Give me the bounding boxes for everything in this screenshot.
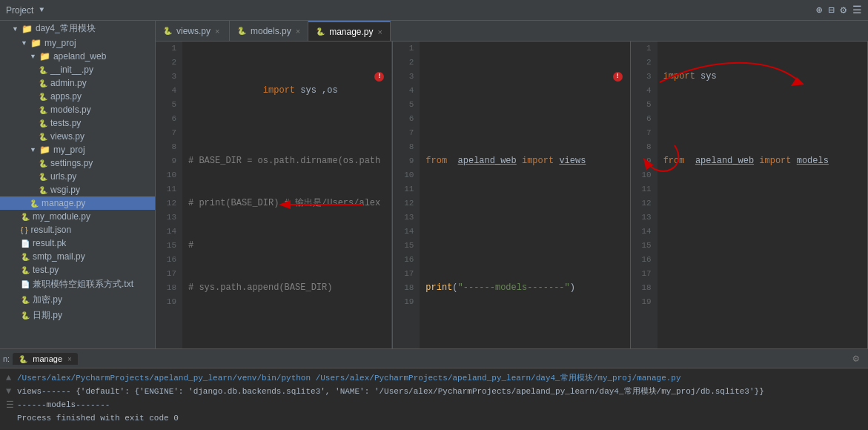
terminal-content: ▲ ▼ ☰ /Users/alex/PycharmProjects/apelan… [0, 368, 868, 430]
sidebar-item-views[interactable]: 🐍 views.py [0, 130, 155, 143]
tab-label-models: models.py [251, 26, 291, 36]
sidebar-item-settings[interactable]: 🐍 settings.py [0, 156, 155, 170]
sidebar-label: views.py [50, 131, 85, 142]
sidebar-label: __init__.py [50, 64, 93, 75]
sidebar-item-models[interactable]: 🐍 models.py [0, 103, 155, 116]
sidebar-item-result-json[interactable]: { } result.json [0, 223, 155, 236]
expand-arrow-icon: ▼ [30, 53, 36, 60]
scrollbar-views[interactable] [391, 42, 392, 348]
py-file-icon: 🐍 [21, 213, 30, 221]
sidebar-item-tests[interactable]: 🐍 tests.py [0, 116, 155, 130]
code-line [663, 239, 861, 253]
sidebar-item-test[interactable]: 🐍 test.py [0, 263, 155, 277]
code-line: # [188, 239, 385, 253]
terminal-output-1: views------ {'default': {'ENGINE': 'djan… [17, 387, 764, 396]
editor-scroll-manage[interactable]: 12345 678910 1112131415 16171819 import … [631, 42, 867, 348]
terminal-area: n: 🐍 manage × ⚙ ▲ ▼ ☰ /Users/alex/Pychar… [0, 348, 868, 430]
tab-close-models[interactable]: × [296, 27, 300, 36]
sidebar-item-urls[interactable]: 🐍 urls.py [0, 170, 155, 183]
py-file-icon: 🐍 [39, 133, 47, 141]
py-file-icon: 🐍 [30, 199, 39, 208]
sidebar-item-apeland_web[interactable]: ▼ 📁 apeland_web [0, 50, 155, 63]
terminal-up-icon[interactable]: ▲ [6, 373, 14, 383]
toolbar-icon-1[interactable]: ⊕ [816, 4, 822, 16]
toolbar-icon-3[interactable]: ⚙ [841, 4, 847, 16]
tab-manage[interactable]: 🐍 manage.py × [308, 21, 391, 41]
sidebar-label: test.py [33, 265, 59, 275]
sidebar-item-my_proj_top[interactable]: ▼ 📁 my_proj [0, 36, 155, 50]
terminal-menu-icon[interactable]: ☰ [6, 400, 14, 411]
terminal-line-2: views------ {'default': {'ENGINE': 'djan… [17, 385, 862, 398]
sidebar-label: smtp_mail.py [33, 251, 85, 262]
sidebar-label: models.py [50, 105, 91, 115]
project-dropdown-icon[interactable]: ▼ [39, 6, 44, 14]
py-file-icon: 🐍 [39, 79, 47, 87]
sidebar-label: urls.py [50, 171, 76, 182]
sidebar-item-result-pk[interactable]: 📄 result.pk [0, 236, 155, 250]
terminal-tabs: n: 🐍 manage × ⚙ [0, 349, 868, 368]
editor-scroll-views[interactable]: 12345 678910 1112131415 16171819 import … [156, 42, 392, 348]
sidebar-label: my_proj [44, 38, 76, 48]
sidebar-item-jianzhimote[interactable]: 📄 兼职模特空姐联系方式.txt [0, 277, 155, 292]
sidebar-item-smtp[interactable]: 🐍 smtp_mail.py [0, 250, 155, 263]
py-file-icon: 🐍 [39, 173, 47, 181]
line-numbers-manage: 12345 678910 1112131415 16171819 [631, 42, 657, 348]
top-toolbar: Project ▼ ⊕ ⊟ ⚙ ☰ [0, 0, 868, 21]
toolbar-icon-4[interactable]: ☰ [852, 4, 862, 16]
toolbar-icon-2[interactable]: ⊟ [828, 4, 834, 16]
terminal-text: /Users/alex/PycharmProjects/apeland_py_l… [17, 371, 862, 427]
expand-arrow-icon: ▼ [21, 39, 27, 47]
sidebar-item-jiami[interactable]: 🐍 加密.py [0, 292, 155, 308]
error-indicator[interactable]: ! [374, 72, 384, 82]
sidebar-item-manage[interactable]: 🐍 manage.py [0, 196, 155, 210]
sidebar-item-riqi[interactable]: 🐍 日期.py [0, 308, 155, 323]
expand-arrow-icon: ▼ [12, 25, 19, 33]
code-content-manage[interactable]: import sys from apeland_web import model… [657, 42, 867, 348]
tab-models[interactable]: 🐍 models.py × [230, 21, 308, 41]
terminal-tab-close[interactable]: × [67, 355, 72, 363]
terminal-line-3: ------models------- [17, 398, 862, 411]
sidebar-label: wsgi.py [50, 185, 80, 195]
sidebar-item-my_module[interactable]: 🐍 my_module.py [0, 210, 155, 223]
main-area: ▼ 📁 day4_常用模块 ▼ 📁 my_proj ▼ 📁 apeland_we… [0, 21, 868, 348]
code-content-views[interactable]: import sys ,os ! # BASE_DIR = os.path.di… [182, 42, 391, 348]
code-content-models[interactable]: ! from apeland_web import views print("-… [420, 42, 629, 348]
sidebar-label: apeland_web [53, 51, 106, 62]
editors-wrapper: 12345 678910 1112131415 16171819 import … [156, 42, 868, 348]
sidebar-label: manage.py [42, 198, 85, 208]
tabs-bar: 🐍 views.py × 🐍 models.py × 🐍 manage.py × [156, 21, 868, 42]
sidebar-label: 兼职模特空姐联系方式.txt [33, 278, 133, 291]
tab-close-manage[interactable]: × [378, 27, 382, 36]
code-line [188, 323, 385, 337]
terminal-tab-icon: 🐍 [19, 355, 27, 363]
folder-icon: 📁 [39, 51, 50, 62]
code-line: print("------models-------") [425, 281, 623, 295]
code-line [425, 112, 623, 126]
terminal-gear-icon[interactable]: ⚙ [853, 352, 859, 365]
tab-views[interactable]: 🐍 views.py × [156, 21, 230, 41]
tab-close-views[interactable]: × [215, 27, 219, 36]
terminal-line-1: /Users/alex/PycharmProjects/apeland_py_l… [17, 371, 862, 385]
code-line: import sys [663, 70, 861, 84]
py-file-icon: 🐍 [21, 296, 30, 304]
tab-icon-models: 🐍 [237, 27, 246, 35]
sidebar-item-root[interactable]: ▼ 📁 day4_常用模块 [0, 21, 155, 36]
json-file-icon: { } [21, 226, 27, 234]
terminal-down-icon[interactable]: ▼ [6, 386, 14, 397]
folder-icon: 📁 [30, 38, 42, 48]
sidebar-item-apps[interactable]: 🐍 apps.py [0, 90, 155, 103]
sidebar-label: result.pk [33, 238, 66, 248]
terminal-tab-manage[interactable]: 🐍 manage × [13, 353, 78, 365]
sidebar-item-wsgi[interactable]: 🐍 wsgi.py [0, 183, 155, 196]
sidebar-item-my_proj_inner[interactable]: ▼ 📁 my_proj [0, 143, 155, 156]
sidebar-label: my_proj [53, 145, 85, 155]
editor-scroll-models[interactable]: 12345 678910 1112131415 16171819 ! from … [393, 42, 629, 348]
code-line: # BASE_DIR = os.path.dirname(os.path [188, 154, 385, 168]
code-line [425, 323, 623, 337]
sidebar-item-admin[interactable]: 🐍 admin.py [0, 76, 155, 90]
code-line: # print(BASE_DIR) # 输出是/Users/alex [188, 196, 385, 211]
sidebar-label: admin.py [50, 78, 87, 88]
line-numbers-views: 12345 678910 1112131415 16171819 [156, 42, 182, 348]
sidebar-item-init[interactable]: 🐍 __init__.py [0, 63, 155, 76]
error-indicator[interactable]: ! [613, 72, 623, 82]
